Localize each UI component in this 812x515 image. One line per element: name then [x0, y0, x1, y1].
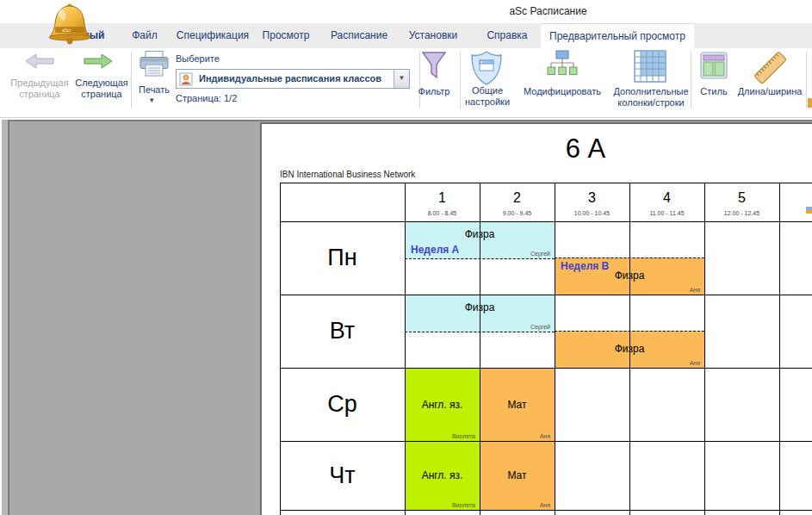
day-label-wed: Ср: [280, 368, 405, 441]
grid-line: [704, 183, 705, 515]
period-time: 11.00 - 11.45: [629, 210, 704, 216]
grid-line: [405, 183, 406, 515]
ribbon-toolbar: Предыдущая страница Следующая страница П…: [0, 48, 812, 118]
lesson-teacher: Виолета: [452, 502, 475, 508]
week-a-label: Неделя A: [411, 244, 459, 256]
ribbon-separator: [419, 52, 420, 109]
lesson-teacher: Аня: [690, 360, 700, 366]
clipped-ribbon-item: [808, 98, 812, 108]
tab-timetable[interactable]: Расписание: [324, 23, 394, 48]
lesson-teacher: Аня: [540, 433, 550, 439]
lesson-subject: Англ. яз.: [405, 399, 480, 411]
grid-line: [480, 183, 480, 515]
grid-line: [280, 183, 812, 183]
tab-view[interactable]: Просмотр: [253, 23, 319, 48]
layout-style-icon: [699, 50, 728, 83]
arrow-right-icon: [83, 53, 114, 69]
person-report-icon: [179, 72, 193, 86]
timetable-grid: Физра Неделя A Сергей Неделя B Физра Аня…: [280, 183, 812, 515]
org-chart-icon: [546, 50, 579, 83]
tab-file[interactable]: Файл: [121, 23, 169, 48]
printer-icon: [138, 50, 170, 81]
shield-window-icon: [469, 50, 504, 86]
ribbon-separator: [691, 52, 691, 109]
modify-button[interactable]: Модифицировать: [515, 86, 610, 97]
print-button[interactable]: Печать: [131, 84, 177, 96]
class-title: 6 А: [482, 133, 689, 164]
ribbon-separator: [131, 52, 132, 109]
report-type-value: Индивидуальные расписания классов: [199, 73, 381, 84]
lesson-teacher: Виолета: [452, 433, 475, 439]
preview-edge-stripe: [2, 120, 8, 515]
period-number: 4: [629, 190, 704, 206]
general-settings-button[interactable]: Общие настройки: [456, 85, 518, 108]
length-width-button[interactable]: Длина/ширина: [728, 86, 811, 97]
lesson-subject: Англ. яз.: [405, 469, 480, 481]
day-label-tue: Вт: [280, 295, 405, 368]
lesson-teacher: Аня: [690, 287, 700, 293]
tab-settings[interactable]: Установки: [400, 23, 467, 48]
prev-page-button[interactable]: Предыдущая страница: [0, 78, 79, 100]
window-title: aSc Расписание: [284, 5, 812, 17]
filter-button[interactable]: Фильтр: [412, 86, 456, 97]
lesson-thu-math: Мат Аня: [480, 441, 555, 510]
next-page-button[interactable]: Следующая страница: [69, 78, 134, 100]
app-window: aSc Расписание aSc Главный Файл Специфик…: [0, 0, 812, 515]
table-grid-icon: [634, 50, 666, 83]
grid-line: [555, 183, 555, 515]
lesson-teacher: Аня: [540, 502, 550, 508]
tab-help[interactable]: Справка: [474, 23, 541, 48]
lesson-wed-math: Мат Аня: [480, 368, 555, 441]
select-report-label: Выберите: [176, 53, 245, 65]
lesson-subject: Мат: [480, 469, 555, 481]
lesson-teacher: Сергей: [530, 251, 550, 257]
period-number: 1: [405, 190, 480, 206]
page-indicator: Страница: 1/2: [176, 93, 253, 104]
grid-line: [779, 183, 780, 515]
ribbon-separator: [806, 52, 807, 109]
tab-print-preview[interactable]: Предварительный просмотр: [541, 23, 694, 48]
tab-specification[interactable]: Спецификация: [176, 23, 250, 48]
grid-line: [629, 183, 630, 515]
lesson-teacher: Сергей: [530, 324, 550, 330]
lesson-thu-english: Англ. яз. Виолета: [405, 441, 480, 510]
funnel-icon: [421, 51, 447, 83]
report-type-dropdown[interactable]: Индивидуальные расписания классов ▼: [176, 69, 410, 89]
period-time: 9.00 - 9.45: [480, 210, 555, 216]
title-bar: aSc Расписание: [0, 0, 812, 23]
ruler-icon: [751, 48, 790, 88]
school-name-note: IBN International Business Network: [280, 170, 415, 179]
lesson-wed-english: Англ. яз. Виолета: [405, 368, 480, 441]
period-time: 8.00 - 8.45: [405, 210, 480, 216]
period-time: 12.00 - 12.45: [704, 210, 779, 216]
extra-columns-rows-button[interactable]: Дополнительные колонки/строки: [603, 86, 699, 109]
day-label-mon: Пн: [280, 221, 405, 295]
dropdown-arrow-button[interactable]: ▼: [394, 70, 409, 88]
arrow-left-icon: [24, 53, 55, 69]
svg-text:aSc: aSc: [62, 28, 71, 33]
period-number: 2: [480, 190, 555, 206]
grid-line: [280, 510, 812, 511]
period-time: 10.00 - 10.45: [555, 210, 629, 216]
asc-bell-logo-icon: aSc: [43, 2, 96, 45]
lesson-subject: Мат: [480, 399, 555, 411]
day-label-thu: Чт: [280, 441, 405, 510]
period-number: 3: [555, 190, 629, 206]
ribbon-tab-strip: Главный Файл Спецификация Просмотр Распи…: [0, 23, 812, 48]
period-number: 5: [704, 190, 779, 206]
print-dropdown-caret-icon[interactable]: ▾: [150, 96, 154, 104]
